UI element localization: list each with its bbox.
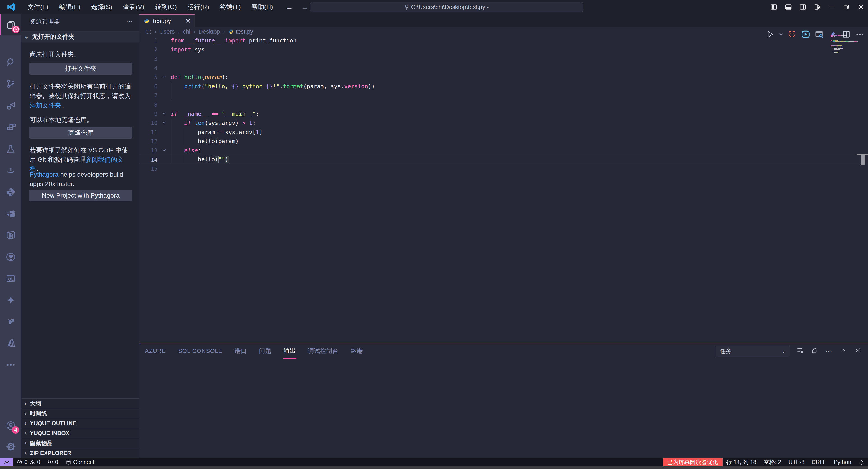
lock-icon[interactable] (810, 347, 819, 356)
restore-icon[interactable] (839, 0, 854, 14)
section-no-open-folder[interactable]: ⌄ 无打开的文件夹 (22, 31, 140, 42)
sidebar-section-ZIP EXPLORER[interactable]: ›ZIP EXPLORER (22, 448, 140, 458)
menu-item[interactable]: 选择(S) (86, 0, 118, 14)
account-icon[interactable]: 4 (0, 415, 22, 436)
command-center-search[interactable]: ⚲ C:\Users\chi\Desktop\test.py - (310, 2, 583, 12)
settings-gear-icon[interactable] (0, 436, 22, 457)
extensions-icon[interactable] (0, 117, 22, 138)
toggle-secondary-sidebar-icon[interactable] (796, 0, 810, 14)
code-line-9[interactable]: 9if __name__ == "__main__": (140, 109, 868, 119)
breadcrumb-item[interactable]: C: (145, 28, 151, 35)
panel-tab-输出[interactable]: 输出 (283, 343, 296, 359)
genie-lamp-icon[interactable] (0, 160, 22, 181)
panel-tab-端口[interactable]: 端口 (235, 344, 248, 358)
more-views-icon[interactable] (0, 354, 22, 375)
source-control-icon[interactable] (0, 73, 22, 94)
sidebar-section-大纲[interactable]: ›大纲 (22, 398, 140, 408)
screen-reader-badge[interactable]: 已为屏幕阅读器优化 (663, 458, 723, 466)
panel-tab-调试控制台[interactable]: 调试控制台 (308, 344, 339, 358)
menu-item[interactable]: 终端(T) (215, 0, 246, 14)
panel-tab-AZURE[interactable]: AZURE (145, 344, 166, 358)
code-line-3[interactable]: 3 (140, 54, 868, 63)
cursor-tool-icon[interactable] (0, 311, 22, 332)
scrollbar-handle[interactable] (861, 155, 865, 165)
breadcrumb-item[interactable]: Users (159, 28, 175, 35)
codeql-icon[interactable]: QL (0, 268, 22, 289)
customize-layout-icon[interactable] (810, 0, 825, 14)
indent-status[interactable]: 空格: 2 (760, 458, 785, 466)
notifications-bell-icon[interactable] (855, 458, 868, 466)
menu-item[interactable]: 文件(F) (22, 0, 54, 14)
code-line-13[interactable]: 13 else: (140, 146, 868, 155)
tab-close-icon[interactable]: ✕ (186, 18, 191, 25)
output-channel-dropdown[interactable]: 任务 ⌄ (716, 345, 790, 357)
sidebar-more-icon[interactable]: ⋯ (126, 18, 133, 26)
sidebar-section-隐藏物品[interactable]: ›隐藏物品 (22, 438, 140, 448)
toggle-sidebar-icon[interactable] (767, 0, 781, 14)
close-panel-icon[interactable] (853, 347, 863, 356)
toggle-panel-icon[interactable] (781, 0, 796, 14)
panel-tab-终端[interactable]: 终端 (350, 344, 364, 358)
encoding-status[interactable]: UTF-8 (785, 458, 808, 466)
code-line-12[interactable]: 12 hello(param) (140, 137, 868, 146)
remote-indicator[interactable]: >< (0, 458, 13, 466)
language-status[interactable]: Python (830, 458, 855, 466)
ports-status[interactable]: 0 (44, 458, 62, 466)
code-line-11[interactable]: 11 param = sys.argv[1] (140, 128, 868, 137)
python-view-icon[interactable] (0, 181, 22, 203)
sidebar-section-YUQUE INBOX[interactable]: ›YUQUE INBOX (22, 428, 140, 438)
panel-more-icon[interactable]: ⋯ (824, 347, 834, 355)
open-folder-button[interactable]: 打开文件夹 (29, 63, 132, 74)
code-line-7[interactable]: 7 (140, 91, 868, 100)
clear-output-icon[interactable] (795, 347, 805, 356)
maximize-panel-icon[interactable] (839, 347, 848, 356)
close-window-icon[interactable] (854, 0, 868, 14)
clone-repo-button[interactable]: 克隆仓库 (29, 127, 132, 139)
sidebar-section-YUQUE OUTLINE[interactable]: ›YUQUE OUTLINE (22, 418, 140, 428)
nav-back-icon[interactable]: ← (285, 3, 293, 11)
code-line-8[interactable]: 8 (140, 100, 868, 109)
new-project-button[interactable]: New Project with Pythagora (29, 190, 132, 201)
panel-tab-SQL CONSOLE[interactable]: SQL CONSOLE (178, 344, 223, 358)
code-line-15[interactable]: 15 (140, 164, 868, 173)
notion-icon[interactable] (0, 225, 22, 246)
menu-item[interactable]: 查看(V) (118, 0, 149, 14)
explorer-icon[interactable] (0, 14, 22, 35)
code-area[interactable]: 1from __future__ import print_function2i… (140, 36, 868, 173)
sparkle-icon[interactable] (0, 289, 22, 311)
github-icon[interactable] (0, 246, 22, 268)
test-beaker-icon[interactable] (0, 138, 22, 160)
package-box-icon[interactable] (0, 203, 22, 225)
minimize-icon[interactable] (825, 0, 839, 14)
tab-testpy[interactable]: test.py ✕ (140, 14, 195, 27)
code-line-1[interactable]: 1from __future__ import print_function (140, 36, 868, 45)
breadcrumb-file[interactable]: test.py (228, 28, 253, 35)
menu-item[interactable]: 运行(R) (182, 0, 215, 14)
code-line-4[interactable]: 4 (140, 63, 868, 73)
menu-bar: 文件(F)编辑(E)选择(S)查看(V)转到(G)运行(R)终端(T)帮助(H) (22, 0, 278, 14)
search-view-icon[interactable] (0, 52, 22, 73)
pythagora-link[interactable]: Pythagora (30, 171, 59, 178)
menu-item[interactable]: 帮助(H) (246, 0, 278, 14)
sidebar-section-时间线[interactable]: ›时间线 (22, 408, 140, 418)
eol-status[interactable]: CRLF (808, 458, 830, 466)
code-line-6[interactable]: 6 print("hello, {} python {}!".format(pa… (140, 82, 868, 91)
azure-icon[interactable] (0, 332, 22, 354)
line-col-status[interactable]: 行 14, 列 18 (723, 458, 760, 466)
db-connect-status[interactable]: Connect (62, 458, 98, 466)
code-line-2[interactable]: 2import sys (140, 45, 868, 55)
breadcrumb-item[interactable]: Desktop (198, 28, 220, 35)
panel-tab-问题[interactable]: 问题 (259, 344, 272, 358)
breadcrumb[interactable]: C:›Users›chi›Desktop›test.py (140, 27, 772, 36)
menu-item[interactable]: 编辑(E) (54, 0, 86, 14)
breadcrumb-item[interactable]: chi (183, 28, 190, 35)
add-folder-link[interactable]: 添加文件夹 (30, 102, 61, 109)
nav-forward-icon[interactable]: → (301, 3, 309, 11)
menu-item[interactable]: 转到(G) (150, 0, 182, 14)
problems-status[interactable]: 0 0 (13, 458, 44, 466)
code-line-14[interactable]: 14 hello("") (140, 155, 868, 164)
minimap[interactable] (831, 35, 862, 55)
code-line-5[interactable]: 5def hello(param): (140, 72, 868, 82)
code-line-10[interactable]: 10 if len(sys.argv) > 1: (140, 118, 868, 128)
run-debug-icon[interactable] (0, 95, 22, 116)
